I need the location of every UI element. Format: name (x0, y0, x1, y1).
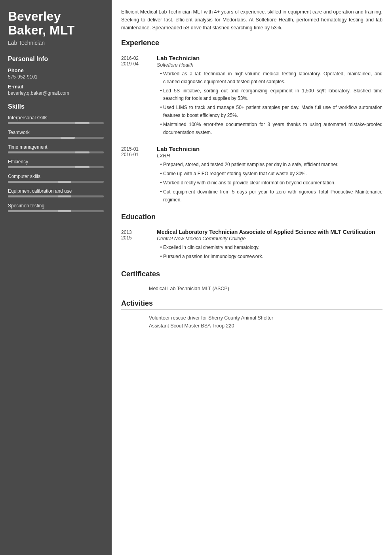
skill-bar-fill (8, 195, 65, 197)
edu-bullet-item: Excelled in clinical chemistry and hemat… (163, 244, 382, 252)
certificates-section: Certificates Medical Lab Technician MLT … (121, 270, 382, 291)
name-line2: Baker, MLT (8, 23, 74, 37)
skill-bar-bg (8, 166, 104, 168)
skill-bar-bg (8, 195, 104, 197)
job-title: Lab Technician (157, 145, 382, 152)
bullet-item: Worked as a lab technician in high-volum… (163, 70, 382, 86)
activity-item: Assistant Scout Master BSA Troop 220 (149, 323, 382, 329)
bullet-list: Worked as a lab technician in high-volum… (157, 70, 382, 136)
skill-bar-accent (58, 210, 71, 212)
skill-item: Time management (8, 144, 104, 153)
skill-name: Computer skills (8, 174, 104, 179)
education-entry: 20132015Medical Laboratory Technician As… (121, 229, 382, 262)
skill-bar-bg (8, 122, 104, 124)
skill-bar-accent (61, 137, 75, 139)
bullet-item: Came up with a FIFO reagent storing syst… (163, 170, 382, 178)
bullet-item: Prepared, stored, and tested 20 patient … (163, 161, 382, 169)
candidate-title: Lab Technician (8, 40, 104, 46)
skill-item: Efficiency (8, 159, 104, 168)
skills-heading: Skills (8, 103, 104, 110)
bullet-item: Led 5S initiative, sorting out and reorg… (163, 87, 382, 103)
activity-item: Volunteer rescue driver for Sherry Count… (149, 315, 382, 321)
main-content: Efficient Medical Lab Technician MLT wit… (112, 0, 392, 555)
skill-bar-bg (8, 210, 104, 212)
skill-item: Specimen testing (8, 203, 104, 212)
phone-section: Phone 575-952-9101 (8, 67, 104, 80)
activities-heading: Activities (121, 299, 382, 310)
company-name: LXRH (157, 153, 382, 159)
company-name: Soltefiore Health (157, 62, 382, 68)
bullet-item: Maintained 100% error-free documentation… (163, 121, 382, 137)
skill-bar-accent (75, 122, 89, 124)
education-heading: Education (121, 213, 382, 223)
bullet-item: Worked directly with clinicians to provi… (163, 179, 382, 187)
school-name: Central New Mexico Community College (157, 236, 382, 241)
skill-bar-fill (8, 181, 65, 183)
experience-content: Lab TechnicianSoltefiore HealthWorked as… (157, 55, 382, 138)
phone-label: Phone (8, 67, 104, 73)
activities-list: Volunteer rescue driver for Sherry Count… (121, 315, 382, 329)
skill-bar-bg (8, 181, 104, 183)
certificates-heading: Certificates (121, 270, 382, 280)
skill-bar-fill (8, 137, 65, 139)
skill-name: Equipment calibration and use (8, 188, 104, 194)
skill-name: Specimen testing (8, 203, 104, 209)
skill-item: Interpersonal skills (8, 115, 104, 124)
edu-bullet-item: Pursued a passion for immunology coursew… (163, 253, 382, 261)
name-line1: Beverley (8, 9, 61, 23)
education-list: 20132015Medical Laboratory Technician As… (121, 229, 382, 262)
activities-section: Activities Volunteer rescue driver for S… (121, 299, 382, 329)
skills-list: Interpersonal skillsTeamworkTime managem… (8, 115, 104, 212)
sidebar: Beverley Baker, MLT Lab Technician Perso… (0, 0, 112, 555)
bullet-item: Cut equipment downtime from 5 days per y… (163, 188, 382, 204)
skill-name: Teamwork (8, 130, 104, 135)
skill-name: Efficiency (8, 159, 104, 165)
skill-bar-accent (58, 195, 71, 197)
education-section: Education 20132015Medical Laboratory Tec… (121, 213, 382, 262)
skill-bar-bg (8, 151, 104, 153)
skill-bar-accent (75, 166, 89, 168)
phone-value: 575-952-9101 (8, 74, 104, 80)
summary-text: Efficient Medical Lab Technician MLT wit… (121, 8, 382, 32)
skill-bar-fill (8, 166, 85, 168)
experience-section: Experience 2016-022019-04Lab TechnicianS… (121, 39, 382, 205)
skill-item: Teamwork (8, 130, 104, 139)
experience-heading: Experience (121, 39, 382, 49)
skill-name: Interpersonal skills (8, 115, 104, 121)
experience-date: 2016-022019-04 (121, 55, 157, 138)
candidate-name: Beverley Baker, MLT (8, 10, 104, 37)
education-date: 20132015 (121, 229, 157, 262)
experience-list: 2016-022019-04Lab TechnicianSoltefiore H… (121, 55, 382, 205)
bullet-item: Used LIMS to track and manage 50+ patien… (163, 104, 382, 120)
job-title: Lab Technician (157, 55, 382, 61)
personal-info-heading: Personal Info (8, 56, 104, 63)
skill-bar-accent (58, 181, 71, 183)
experience-entry: 2016-022019-04Lab TechnicianSoltefiore H… (121, 55, 382, 138)
skill-bar-accent (75, 151, 89, 153)
edu-bullet-list: Excelled in clinical chemistry and hemat… (157, 244, 382, 261)
experience-entry: 2015-012016-01Lab TechnicianLXRHPrepared… (121, 145, 382, 205)
degree-title: Medical Laboratory Technician Associate … (157, 229, 382, 235)
skill-bar-fill (8, 122, 85, 124)
skill-bar-fill (8, 210, 65, 212)
education-content: Medical Laboratory Technician Associate … (157, 229, 382, 262)
certificates-list: Medical Lab Technician MLT (ASCP) (121, 286, 382, 291)
skill-bar-bg (8, 137, 104, 139)
email-value: beverley.q.baker@gmail.com (8, 90, 104, 96)
skill-item: Equipment calibration and use (8, 188, 104, 197)
skill-bar-fill (8, 151, 85, 153)
skill-name: Time management (8, 144, 104, 150)
email-label: E-mail (8, 84, 104, 90)
skill-item: Computer skills (8, 174, 104, 183)
certificate-item: Medical Lab Technician MLT (ASCP) (149, 286, 382, 291)
bullet-list: Prepared, stored, and tested 20 patient … (157, 161, 382, 204)
experience-date: 2015-012016-01 (121, 145, 157, 205)
experience-content: Lab TechnicianLXRHPrepared, stored, and … (157, 145, 382, 205)
email-section: E-mail beverley.q.baker@gmail.com (8, 84, 104, 96)
